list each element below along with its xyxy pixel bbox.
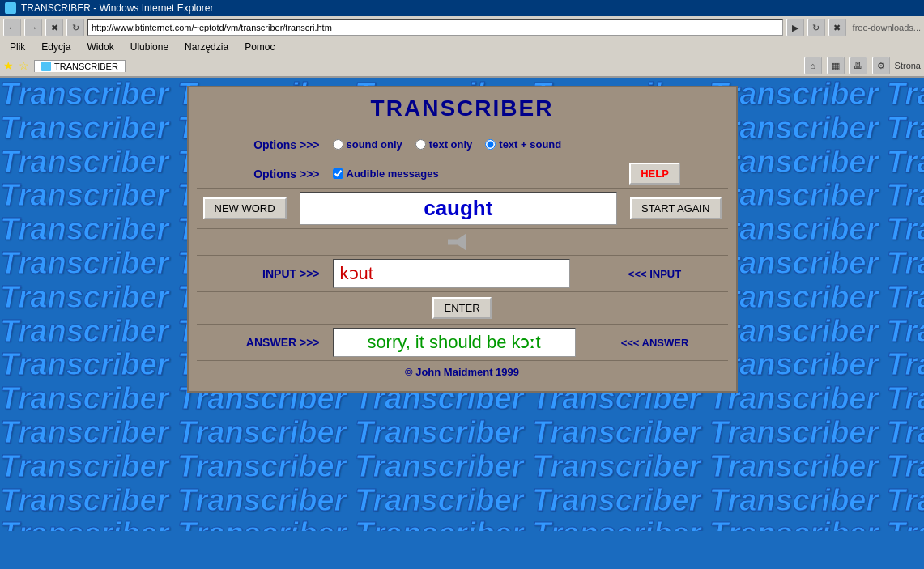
help-button[interactable]: HELP (629, 163, 680, 185)
audible-group: Audible messages (326, 164, 582, 183)
options-label-2: Options >>> (197, 168, 326, 180)
bg-row-11: Transcriber Transcriber Transcriber Tran… (0, 416, 924, 450)
page-wrapper: Transcriber Transcriber Transcriber Tran… (0, 78, 924, 531)
menu-edycja[interactable]: Edycja (38, 40, 74, 53)
stop-button[interactable]: ✖ (45, 19, 63, 36)
word-display-area: caught (293, 189, 624, 228)
menu-widok[interactable]: Widok (83, 40, 117, 53)
input-right-label: <<< INPUT (582, 268, 728, 280)
audible-label: Audible messages (347, 168, 439, 180)
bg-row-12: Transcriber Transcriber Transcriber Tran… (0, 450, 924, 484)
menu-narzedzia[interactable]: Narzędzia (181, 40, 232, 53)
fav-tab-label: TRANSCRIBER (54, 62, 118, 71)
radio-text-sound-input[interactable] (485, 139, 496, 150)
bg-row-14: Transcriber Transcriber Transcriber Tran… (0, 517, 924, 531)
forward-button[interactable]: → (24, 19, 42, 36)
word-display: caught (300, 192, 617, 225)
answer-display: sorry, it should be kɔːt (333, 328, 576, 357)
footer: © John Maidment 1999 (197, 360, 728, 383)
input-row: INPUT >>> <<< INPUT (197, 255, 728, 291)
menu-ulubione[interactable]: Ulubione (127, 40, 172, 53)
answer-right-text: <<< ANSWER (621, 337, 689, 349)
radio-text-only-label: text only (429, 138, 472, 151)
start-again-area: START AGAIN (624, 194, 728, 223)
radio-sound-only[interactable]: sound only (333, 138, 402, 151)
fav-tab-icon (41, 62, 51, 71)
enter-row: ENTER (197, 291, 728, 324)
radio-text-only[interactable]: text only (415, 138, 472, 151)
audible-checkbox[interactable] (333, 168, 343, 179)
favorites-bar: ★ ☆ TRANSCRIBER ⌂ ▦ 🖶 ⚙ Strona (0, 55, 924, 77)
word-row: NEW WORD caught START AGAIN (197, 188, 728, 228)
radio-sound-only-label: sound only (347, 138, 402, 151)
options-label-1: Options >>> (197, 138, 326, 151)
back-button[interactable]: ← (3, 19, 21, 36)
print-button[interactable]: 🖶 (849, 57, 867, 74)
bg-row-13: Transcriber Transcriber Transcriber Tran… (0, 484, 924, 518)
address-input[interactable] (87, 19, 783, 36)
addon-text: free-downloads... (849, 23, 921, 32)
close-button[interactable]: ✖ (828, 19, 846, 36)
enter-button[interactable]: ENTER (432, 297, 491, 319)
fav-star-icon: ★ (3, 59, 14, 72)
fav-rss-icon: ☆ (19, 59, 29, 72)
menu-plik[interactable]: Plik (6, 40, 28, 53)
title-bar: TRANSCRIBER - Windows Internet Explorer (0, 0, 924, 16)
radio-sound-only-input[interactable] (333, 139, 343, 150)
answer-label: ANSWER >>> (197, 336, 326, 349)
app-panel: TRANSCRIBER Options >>> sound only text … (187, 86, 738, 393)
answer-area: sorry, it should be kɔːt (326, 325, 582, 360)
tools-button[interactable]: ⚙ (872, 57, 890, 74)
options-row-1: Options >>> sound only text only text + … (197, 130, 728, 159)
app-title: TRANSCRIBER (197, 96, 728, 121)
refresh-button[interactable]: ↻ (66, 19, 84, 36)
menu-pomoc[interactable]: Pomoc (241, 40, 278, 53)
feed-button[interactable]: ▦ (827, 57, 845, 74)
go-button[interactable]: ▶ (786, 19, 804, 36)
title-bar-text: TRANSCRIBER - Windows Internet Explorer (21, 2, 213, 14)
menu-bar: Plik Edycja Widok Ulubione Narzędzia Pom… (0, 39, 924, 55)
new-word-area: NEW WORD (197, 194, 293, 223)
audible-option[interactable]: Audible messages (333, 168, 439, 180)
start-again-button[interactable]: START AGAIN (630, 197, 722, 219)
nav-bar: ← → ✖ ↻ ▶ ↻ ✖ free-downloads... (0, 16, 924, 39)
input-area (326, 256, 582, 291)
footer-text: © John Maidment 1999 (405, 366, 519, 378)
refresh2-button[interactable]: ↻ (807, 19, 825, 36)
answer-row: ANSWER >>> sorry, it should be kɔːt <<< … (197, 324, 728, 360)
options-row-2: Options >>> Audible messages HELP (197, 159, 728, 188)
answer-right-label: <<< ANSWER (582, 337, 728, 349)
new-word-button[interactable]: NEW WORD (203, 197, 287, 219)
radio-text-only-input[interactable] (415, 139, 426, 150)
speaker-row (197, 228, 728, 255)
radio-group: sound only text only text + sound (326, 135, 728, 154)
input-right-text: <<< INPUT (628, 268, 681, 280)
browser-icon (5, 2, 16, 14)
radio-text-sound-label: text + sound (499, 138, 561, 151)
input-label: INPUT >>> (197, 267, 326, 280)
help-area: HELP (582, 163, 728, 185)
speaker-icon (448, 232, 477, 252)
fav-tab[interactable]: TRANSCRIBER (34, 60, 126, 72)
browser-chrome: ← → ✖ ↻ ▶ ↻ ✖ free-downloads... Plik Edy… (0, 16, 924, 78)
home-button[interactable]: ⌂ (804, 57, 822, 74)
radio-text-sound[interactable]: text + sound (485, 138, 561, 151)
strona-label: Strona (895, 61, 921, 70)
phonetic-input[interactable] (333, 259, 570, 288)
